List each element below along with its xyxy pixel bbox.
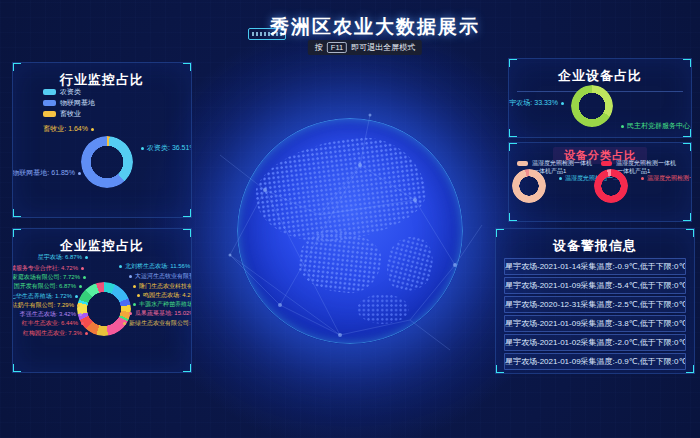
classify-donut-left	[512, 169, 546, 203]
alarm-row: 星宇农场-2021-01-14采集温度:-0.9℃,低于下限:0℃	[504, 258, 686, 275]
panel-device-alarms: 设备警报信息 星宇农场-2021-01-14采集温度:-0.9℃,低于下限:0℃…	[495, 228, 695, 374]
fullscreen-hint: 按 F11 即可退出全屏模式	[308, 40, 422, 55]
legend-item: 畜牧业	[43, 109, 81, 119]
alarm-row: 星宇农场-2021-01-09采集温度:-5.4℃,低于下限:0℃	[504, 277, 686, 294]
globe	[237, 118, 463, 344]
legend-label: 物联网基地	[60, 98, 95, 108]
device-donut-chart	[571, 85, 613, 127]
panel-enterprise-ratio: 企业监控占比 星宇农场: 6.87% 红城服务专业合作社: 4.72% 家庭农场…	[12, 228, 192, 373]
donut-callout: 李强生态农场: 3.42%	[20, 310, 82, 318]
globe-continent-dots	[250, 130, 431, 250]
page-title: 秀洲区农业大数据展示	[270, 14, 480, 40]
panel-industry-ratio: 行业监控占比 农资类 物联网基地 畜牧业 畜牧业: 1.64% 农资类: 36.…	[12, 62, 192, 218]
donut-callout: 民主村党群服务中心…	[621, 122, 692, 130]
legend-swatch	[601, 161, 612, 166]
donut-callout: 七华生态养殖场: 1.72%	[12, 292, 78, 300]
panel-device-ratio: 企业设备占比 星宇农场: 33.33% 民主村党群服务中心…	[508, 58, 692, 138]
donut-callout: 家庭农场有限公司: 7.72%	[12, 273, 86, 281]
donut-callout: 物联网基地: 61.85%	[12, 169, 81, 177]
donut-callout: 温湿度光照检测一…	[641, 174, 692, 182]
globe-continent-dots	[381, 231, 439, 296]
classify-donut-right	[594, 169, 628, 203]
legend-item: 物联网基地	[43, 98, 95, 108]
donut-callout: 大运河生态牧业有限责任公	[129, 272, 192, 280]
globe-continent-dots	[296, 226, 384, 296]
panel-device-classify: 设备分类占比 温湿度光照检测一体机 一体机产品1 温湿度光照检测一… 温湿度光照…	[508, 142, 692, 222]
panel-title: 企业监控占比	[13, 229, 191, 255]
alarm-row: 星宇农场-2021-01-09采集温度:-3.8℃,低于下限:0℃	[504, 315, 686, 332]
legend-label: 农资类	[60, 87, 81, 97]
donut-callout: 星宇农场: 33.33%	[508, 99, 564, 107]
donut-callout: 中法奶牛有限公司: 7.29%	[12, 301, 80, 309]
legend-item: 农资类	[43, 87, 81, 97]
donut-callout: 红城服务专业合作社: 4.72%	[12, 264, 84, 272]
panel-title: 设备警报信息	[496, 229, 694, 255]
panel-title: 企业设备占比	[509, 59, 691, 85]
donut-callout: 红丰生态农业: 6.44%	[22, 319, 84, 327]
donut-callout: 丰源水产种苗养殖场: 1.	[133, 300, 192, 308]
hint-prefix: 按	[315, 41, 323, 54]
donut-callout: 国开发有限公司: 6.87%	[14, 282, 82, 290]
panel-title: 行业监控占比	[13, 63, 191, 89]
hint-suffix: 即可退出全屏模式	[351, 41, 415, 54]
donut-callout: 农资类: 36.51%	[141, 144, 192, 152]
donut-callout: 畜牧业: 1.64%	[43, 125, 94, 133]
enterprise-donut-chart	[77, 282, 131, 336]
alarm-row: 星宇农场-2021-01-02采集温度:-2.0℃,低于下限:0℃	[504, 334, 686, 351]
alarm-row: 星宇农场-2021-01-09采集温度:-0.9℃,低于下限:0℃	[504, 353, 686, 370]
donut-callout: 新绿生态农业有限公司: 6.87%	[123, 319, 192, 327]
donut-callout: 星宇农场: 6.87%	[38, 253, 88, 261]
donut-callout: 北刘桥生态农场: 11.56%	[119, 262, 190, 270]
globe-continent-dots	[357, 294, 409, 324]
legend-label: 畜牧业	[60, 109, 81, 119]
donut-callout: 瓜果蔬菜基地: 15.02%	[129, 309, 192, 317]
dashboard: 秀洲区农业大数据展示 按 F11 即可退出全屏模式 行业监控占比 农资类 物联网…	[0, 0, 700, 438]
legend-swatch	[517, 161, 528, 166]
donut-callout: 红梅园生态农业: 7.3%	[23, 329, 88, 337]
donut-callout: 鸣园生态农场: 4.29%	[137, 291, 192, 299]
f11-key-badge: F11	[327, 42, 347, 53]
legend-swatch	[43, 111, 56, 117]
legend-swatch	[43, 100, 56, 106]
donut-callout: 隆门生态农业科技有限公	[133, 282, 192, 290]
industry-donut-chart	[81, 136, 133, 188]
legend-swatch	[43, 89, 56, 95]
alarm-row: 星宇农场-2020-12-31采集温度:-2.5℃,低于下限:0℃	[504, 296, 686, 313]
